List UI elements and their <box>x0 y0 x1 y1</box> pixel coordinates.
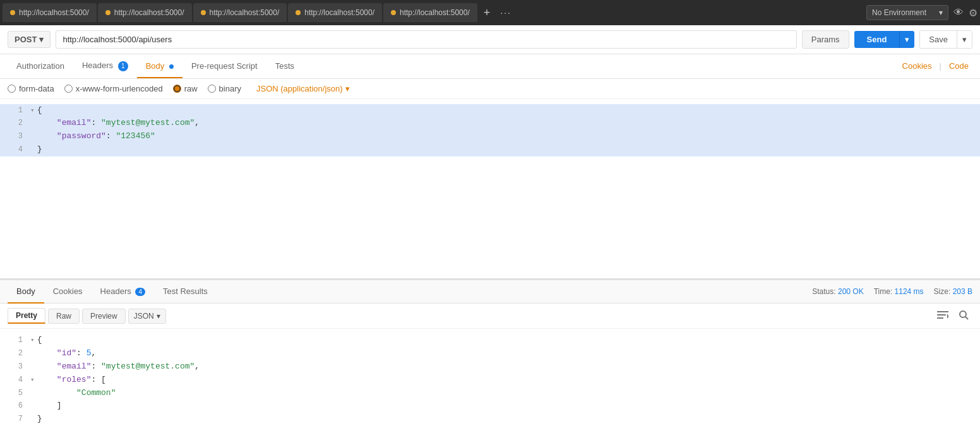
code-editor-content[interactable]: 1 ▾ { 2 ▾ "email" : "mytest@mytest.com" … <box>0 99 980 162</box>
add-tab-button[interactable]: + <box>479 7 496 18</box>
main-content: POST ▾ Params Send ▾ Save ▾ Authorizatio… <box>0 25 980 431</box>
svg-rect-1 <box>937 314 946 316</box>
env-bar: No Environment ▾ 👁 ⚙ <box>866 5 977 20</box>
code-link[interactable]: Code <box>945 55 972 77</box>
search-icon <box>959 310 969 320</box>
resp-line-2: 2 ▾ "id" : 5 , <box>0 347 980 360</box>
binary-option[interactable]: binary <box>208 84 241 93</box>
resp-tab-body[interactable]: Body <box>8 280 44 304</box>
tab-right-actions: Cookies | Code <box>899 55 972 77</box>
raw-option[interactable]: raw <box>173 84 198 93</box>
resp-line-7: 7 ▾ } <box>0 413 980 426</box>
response-tabs-bar: Body Cookies Headers 4 Test Results Stat… <box>0 280 980 304</box>
send-group: Send ▾ <box>854 31 915 48</box>
tab-3[interactable]: http://localhost:5000/ <box>193 3 287 22</box>
tab-bar: http://localhost:5000/ http://localhost:… <box>0 0 980 25</box>
tab-pre-request[interactable]: Pre-request Script <box>182 55 266 78</box>
cookies-link[interactable]: Cookies <box>899 55 936 77</box>
body-options: form-data x-www-form-urlencoded raw bina… <box>0 79 980 99</box>
send-button[interactable]: Send <box>854 31 900 48</box>
eye-icon[interactable]: 👁 <box>953 7 964 18</box>
params-button[interactable]: Params <box>802 30 849 49</box>
format-select[interactable]: JSON ▾ <box>128 309 166 324</box>
headers-badge: 1 <box>118 61 128 71</box>
resp-tab-test-results[interactable]: Test Results <box>154 280 217 304</box>
send-dropdown-button[interactable]: ▾ <box>899 31 914 48</box>
binary-radio[interactable] <box>208 85 216 93</box>
response-format-bar: Pretty Raw Preview JSON ▾ <box>0 304 980 329</box>
tab-body[interactable]: Body <box>137 55 182 78</box>
svg-line-5 <box>965 317 968 319</box>
req-line-1: 1 ▾ { <box>0 104 980 117</box>
form-data-radio[interactable] <box>8 85 16 93</box>
tab-headers[interactable]: Headers 1 <box>73 54 137 79</box>
urlencoded-radio[interactable] <box>64 85 73 93</box>
resp-tab-cookies[interactable]: Cookies <box>44 280 92 304</box>
svg-rect-2 <box>937 317 943 319</box>
wrap-lines-icon <box>937 310 948 319</box>
raw-button[interactable]: Raw <box>48 309 80 324</box>
tab-tests[interactable]: Tests <box>266 55 303 78</box>
tab-authorization[interactable]: Authorization <box>8 55 73 78</box>
preview-button[interactable]: Preview <box>82 309 126 324</box>
tab-label-2: http://localhost:5000/ <box>114 8 184 17</box>
headers-count-badge: 4 <box>135 288 145 296</box>
divider: | <box>938 55 943 77</box>
tab-label-1: http://localhost:5000/ <box>19 8 89 17</box>
resp-tab-headers[interactable]: Headers 4 <box>92 280 154 304</box>
json-type-select[interactable]: JSON (application/json) ▾ <box>256 84 350 93</box>
pretty-button[interactable]: Pretty <box>8 308 45 324</box>
more-tabs-button[interactable]: ··· <box>495 8 517 18</box>
tab-5[interactable]: http://localhost:5000/ <box>383 3 477 22</box>
req-line-3: 3 ▾ "password" : "123456" <box>0 130 980 143</box>
response-body-content[interactable]: 1 ▾ { 2 ▾ "id" : 5 , 3 ▾ "email" : "myte <box>0 329 980 431</box>
tab-label-5: http://localhost:5000/ <box>400 8 470 17</box>
response-meta: Status: 200 OK Time: 1124 ms Size: 203 B <box>812 287 972 296</box>
chevron-down-icon: ▾ <box>939 8 943 17</box>
svg-rect-0 <box>937 311 948 312</box>
request-body-editor[interactable]: 1 ▾ { 2 ▾ "email" : "mytest@mytest.com" … <box>0 99 980 279</box>
svg-marker-3 <box>947 314 948 319</box>
json-chevron-icon: ▾ <box>345 84 350 93</box>
req-line-2: 2 ▾ "email" : "mytest@mytest.com" , <box>0 117 980 130</box>
method-chevron-icon: ▾ <box>39 35 44 44</box>
form-data-option[interactable]: form-data <box>8 84 54 93</box>
search-response-button[interactable] <box>955 307 972 324</box>
tab-label-3: http://localhost:5000/ <box>210 8 280 17</box>
response-section: Body Cookies Headers 4 Test Results Stat… <box>0 278 980 431</box>
method-text: POST <box>15 35 37 44</box>
resp-line-5: 5 ▾ "Common" <box>0 387 980 400</box>
save-button[interactable]: Save <box>920 31 957 48</box>
resp-id-value: 5 <box>87 347 92 360</box>
body-dot <box>169 64 174 69</box>
size-value: 203 B <box>953 287 972 296</box>
tab-dot-5 <box>391 10 396 15</box>
gear-icon[interactable]: ⚙ <box>969 7 977 19</box>
resp-line-1: 1 ▾ { <box>0 334 980 347</box>
method-select[interactable]: POST ▾ <box>8 31 51 48</box>
size-label: Size: 203 B <box>934 287 972 296</box>
wrap-icon-button[interactable] <box>933 308 952 324</box>
tab-dot-4 <box>296 10 301 15</box>
url-input[interactable] <box>56 30 796 49</box>
resp-line-4: 4 ▾ "roles" : [ <box>0 374 980 387</box>
time-label: Time: 1124 ms <box>874 287 924 296</box>
tab-label-4: http://localhost:5000/ <box>304 8 374 17</box>
tab-dot-1 <box>10 10 15 15</box>
tab-1[interactable]: http://localhost:5000/ <box>3 3 97 22</box>
env-label: No Environment <box>872 8 926 17</box>
req-line-4: 4 ▾ } <box>0 143 980 156</box>
urlencoded-option[interactable]: x-www-form-urlencoded <box>64 84 163 93</box>
svg-point-4 <box>960 311 966 317</box>
tab-dot-2 <box>105 10 111 15</box>
status-value: 200 OK <box>838 287 864 296</box>
tab-2[interactable]: http://localhost:5000/ <box>98 3 192 22</box>
environment-select[interactable]: No Environment ▾ <box>866 5 948 20</box>
save-group: Save ▾ <box>919 30 972 49</box>
tab-4[interactable]: http://localhost:5000/ <box>288 3 382 22</box>
request-tabs: Authorization Headers 1 Body Pre-request… <box>0 54 980 79</box>
time-value: 1124 ms <box>895 287 924 296</box>
raw-radio[interactable] <box>173 85 181 93</box>
save-dropdown-button[interactable]: ▾ <box>957 31 972 48</box>
url-bar: POST ▾ Params Send ▾ Save ▾ <box>0 25 980 54</box>
